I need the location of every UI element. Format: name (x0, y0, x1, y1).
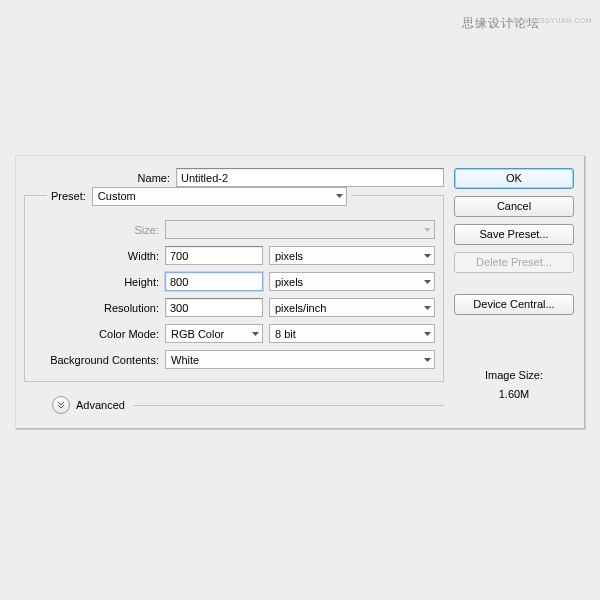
color-mode-dropdown[interactable]: RGB Color (165, 324, 263, 343)
cancel-button[interactable]: Cancel (454, 196, 574, 217)
chevron-down-icon (424, 304, 431, 311)
height-input[interactable] (165, 272, 263, 291)
delete-preset-button: Delete Preset... (454, 252, 574, 273)
color-mode-label: Color Mode: (35, 328, 165, 340)
svg-marker-0 (336, 194, 343, 198)
preset-dropdown[interactable]: Custom (92, 187, 347, 206)
ok-button[interactable]: OK (454, 168, 574, 189)
resolution-units-dropdown[interactable]: pixels/inch (269, 298, 435, 317)
watermark-url: WWW.MISSYUAN.COM (508, 17, 592, 24)
preset-label: Preset: (51, 190, 92, 202)
size-label: Size: (35, 224, 165, 236)
save-preset-button[interactable]: Save Preset... (454, 224, 574, 245)
chevron-down-icon (424, 226, 431, 233)
device-central-button[interactable]: Device Central... (454, 294, 574, 315)
chevron-down-icon (424, 356, 431, 363)
chevron-down-icon (336, 193, 343, 200)
svg-marker-3 (424, 280, 431, 284)
chevron-down-icon (252, 330, 259, 337)
resolution-input[interactable] (165, 298, 263, 317)
chevron-down-icon (424, 252, 431, 259)
width-label: Width: (35, 250, 165, 262)
size-dropdown (165, 220, 435, 239)
svg-marker-5 (252, 332, 259, 336)
bg-contents-label: Background Contents: (35, 354, 165, 366)
advanced-label: Advanced (76, 399, 125, 411)
bit-depth-dropdown[interactable]: 8 bit (269, 324, 435, 343)
image-size-info: Image Size: 1.60M (454, 366, 574, 403)
name-label: Name: (34, 172, 176, 184)
image-size-label: Image Size: (454, 366, 574, 385)
svg-marker-7 (424, 358, 431, 362)
svg-marker-2 (424, 254, 431, 258)
name-input[interactable] (176, 168, 444, 187)
divider (133, 405, 444, 406)
width-units-dropdown[interactable]: pixels (269, 246, 435, 265)
resolution-label: Resolution: (35, 302, 165, 314)
svg-marker-4 (424, 306, 431, 310)
new-document-dialog: Name: Preset: Custom Size: (15, 155, 585, 429)
image-size-value: 1.60M (454, 385, 574, 404)
height-units-dropdown[interactable]: pixels (269, 272, 435, 291)
chevron-down-icon (424, 330, 431, 337)
bg-contents-dropdown[interactable]: White (165, 350, 435, 369)
height-label: Height: (35, 276, 165, 288)
advanced-toggle[interactable] (52, 396, 70, 414)
svg-marker-1 (424, 228, 431, 232)
preset-group: Preset: Custom Size: Width: (24, 195, 444, 382)
chevron-down-icon (424, 278, 431, 285)
width-input[interactable] (165, 246, 263, 265)
svg-marker-6 (424, 332, 431, 336)
